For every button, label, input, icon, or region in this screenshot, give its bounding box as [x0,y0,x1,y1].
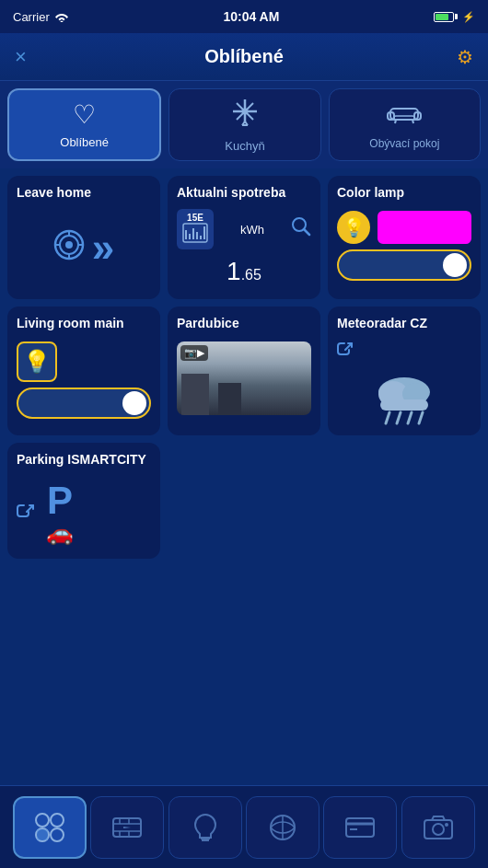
svg-rect-39 [380,399,428,411]
color-lamp-row: 💡 [337,211,471,244]
card-color-lamp-title: Color lamp [337,185,471,200]
carrier-label: Carrier [13,10,50,24]
svg-line-41 [397,412,401,423]
card-pardubice[interactable]: Pardubice 📷▶ [168,307,320,435]
settings-button[interactable]: ⚙ [457,46,473,68]
battery-icon [434,12,458,22]
page-title: Oblíbené [204,46,284,67]
svg-line-35 [345,343,352,350]
energy-decimal: .65 [241,267,261,283]
leave-icons: » [17,205,151,290]
camera-icon [422,811,455,844]
energy-whole: 1 [227,257,241,285]
bottom-tab-video[interactable] [90,796,164,859]
meter-icon: 15E [177,209,214,249]
living-bulb-row: 💡 [17,341,151,382]
svg-point-45 [36,814,49,827]
energy-body: 15E kWh [177,205,311,253]
rain-cloud-icon [367,366,441,426]
bulb-icon [189,811,222,844]
energy-unit: kWh [240,223,264,237]
parking-body: P 🚗 [17,478,151,550]
charging-icon: ⚡ [462,11,475,23]
color-swatch[interactable] [378,211,471,244]
living-room-toggle[interactable] [17,388,151,419]
energy-value: 1.65 [177,253,311,290]
card-energy[interactable]: Aktualni spotreba 15E kWh [168,176,320,299]
color-lamp-toggle[interactable] [337,249,471,281]
tab-oblibene[interactable]: ♡ Oblíbené [7,88,161,161]
bottom-tab-ball[interactable] [246,796,320,859]
toggle-knob [443,253,467,277]
svg-point-21 [65,241,73,249]
city-camera-preview: 📷▶ [177,341,311,415]
living-bulb-icon[interactable]: 💡 [17,341,57,382]
tab-obyvaci[interactable]: Obývací pokoj [329,88,481,161]
svg-line-6 [247,113,253,120]
building1 [181,374,209,415]
svg-rect-16 [394,116,414,120]
chevron-icon: » [92,227,114,268]
card-leave-home-title: Leave home [17,185,151,200]
fan-icon [229,96,261,133]
ball-icon [266,811,299,844]
card-meteoradar[interactable]: Meteoradar CZ [328,307,481,435]
parking-link-icon [17,502,37,527]
svg-point-46 [51,814,64,827]
svg-point-9 [241,109,248,115]
building2 [218,383,241,415]
card-color-lamp[interactable]: Color lamp 💡 [328,176,481,299]
svg-line-34 [304,229,309,235]
bottom-tab-bar [0,785,488,868]
card-parking-title: Parking ISMARTCITY [17,452,151,467]
search-icon[interactable] [291,216,311,242]
yellow-bulb-icon[interactable]: 💡 [337,211,370,244]
wifi-icon [54,11,69,22]
parking-letter: P [47,481,73,520]
film-icon [110,811,144,844]
bottom-tab-camera[interactable] [401,796,475,859]
tab-kuchyn[interactable]: Kuchyň [168,88,320,161]
meteo-link-icon [337,340,355,363]
header: × Oblíbené ⚙ [0,33,488,81]
tab-oblibene-label: Oblíbené [60,135,109,150]
meter-label: 15E [182,213,208,223]
svg-line-7 [247,103,253,110]
bottom-tab-bulb[interactable] [168,796,242,859]
card-energy-title: Aktualni spotreba [177,185,311,200]
camera-overlay-icon: 📷▶ [180,345,208,361]
svg-line-18 [412,120,413,123]
status-bar-right: ⚡ [434,11,475,23]
parking-car-icon: 🚗 [46,520,74,546]
status-time: 10:04 AM [223,9,279,24]
status-bar: Carrier 10:04 AM ⚡ [0,0,488,33]
svg-line-17 [395,120,396,123]
parking-sign: P 🚗 [46,481,74,546]
bottom-tab-card[interactable] [323,796,397,859]
status-bar-left: Carrier [13,10,69,24]
target-icon [53,229,85,267]
card-living-room-title: Living room main [17,316,151,330]
grid-icon [33,811,66,844]
svg-line-8 [237,113,243,120]
heart-icon: ♡ [73,99,96,130]
svg-line-40 [386,412,389,423]
svg-point-67 [445,823,448,827]
main-grid: Leave home » Aktualni spotreba 15E [0,168,488,573]
tab-kuchyn-label: Kuchyň [225,139,264,154]
bottom-tab-home[interactable] [13,796,87,859]
svg-rect-49 [37,829,48,840]
svg-line-5 [237,103,243,110]
close-button[interactable]: × [15,45,27,69]
svg-point-66 [433,824,444,835]
meteo-body [337,366,471,426]
card-living-room[interactable]: Living room main 💡 [7,307,160,435]
card-icon [343,811,377,844]
tab-obyvaci-label: Obývací pokoj [369,137,439,150]
svg-rect-62 [346,818,374,837]
card-leave-home[interactable]: Leave home » [7,176,160,299]
svg-point-0 [60,21,63,23]
svg-line-42 [408,412,412,423]
card-parking[interactable]: Parking ISMARTCITY P 🚗 [7,443,160,559]
svg-line-43 [419,412,423,423]
